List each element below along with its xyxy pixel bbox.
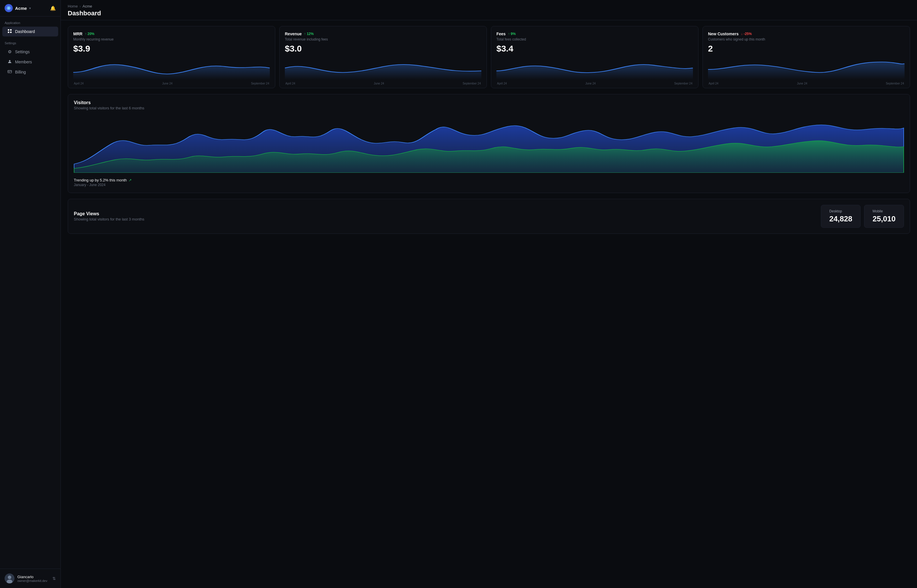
metric-card-new-customers: New Customers ↓ -25% Customers who signe… [702,26,910,88]
revenue-badge: ↑ 12% [304,32,314,36]
app-logo[interactable]: Acme ▾ [5,4,31,12]
metric-card-revenue-header: Revenue ↑ 12% [285,32,481,36]
dashboard-icon [7,29,12,34]
customers-label: New Customers [708,32,739,36]
customers-value: 2 [708,44,904,53]
members-icon [7,59,12,65]
breadcrumb: Home › Acme [68,4,910,8]
mrr-label: MRR [73,32,82,36]
sidebar-item-members[interactable]: Members [2,57,58,67]
page-title: Dashboard [68,10,910,17]
user-text: Giancarlo owner@makerkit.dev [17,575,47,583]
billing-icon [7,69,12,75]
section-settings-label: Settings [0,37,60,47]
revenue-subtitle: Total revenue including fees [285,37,481,41]
sidebar-footer: Giancarlo owner@makerkit.dev ⇅ [0,569,60,588]
page-views-left: Page Views Showing total visitors for th… [74,211,144,221]
fees-date-1: April 24 [497,82,507,85]
mobile-label: Mobile [872,209,896,213]
mrr-subtitle: Monthly recurring revenue [73,37,270,41]
customers-chart [708,57,904,79]
mobile-stat: Mobile 25,010 [864,205,904,228]
breadcrumb-separator: › [79,4,81,8]
metric-card-mrr-header: MRR ↑ 20% [73,32,270,36]
revenue-dates: April 24 June 24 September 24 [285,82,481,85]
notification-bell-icon[interactable]: 🔔 [50,5,56,11]
avatar [5,573,15,583]
mrr-chart [73,57,270,79]
sidebar-item-billing[interactable]: Billing [2,67,58,77]
svg-rect-7 [10,32,11,33]
customers-dates: April 24 June 24 September 24 [708,82,904,85]
visitors-subtitle: Showing total visitors for the last 6 mo… [74,106,904,110]
user-info[interactable]: Giancarlo owner@makerkit.dev [5,573,47,583]
revenue-date-3: September 24 [463,82,481,85]
metric-card-mrr: MRR ↑ 20% Monthly recurring revenue $3.9 [68,26,275,88]
revenue-date-1: April 24 [285,82,295,85]
revenue-chart [285,57,481,79]
page-views-title: Page Views [74,211,144,216]
customers-date-1: April 24 [708,82,718,85]
dashboard-label: Dashboard [15,29,35,34]
visitors-title: Visitors [74,100,904,105]
visitors-trend-text: Trending up by 5.2% this month [74,178,127,182]
page-views-section: Page Views Showing total visitors for th… [68,199,910,234]
mrr-value: $3.9 [73,44,270,53]
main-content: Home › Acme Dashboard MRR ↑ 20% Monthly … [61,0,917,588]
desktop-label: Desktop [829,209,852,213]
metric-card-revenue: Revenue ↑ 12% Total revenue including fe… [279,26,487,88]
billing-label: Billing [15,70,26,74]
app-name: Acme [15,6,27,11]
content-area: MRR ↑ 20% Monthly recurring revenue $3.9 [61,20,917,240]
members-label: Members [15,60,32,64]
customers-subtitle: Customers who signed up this month [708,37,904,41]
metric-card-fees-header: Fees ↑ 9% [497,32,693,36]
customers-date-3: September 24 [886,82,904,85]
app-chevron: ▾ [29,6,31,10]
mrr-badge: ↑ 20% [85,32,94,36]
metric-card-fees: Fees ↑ 9% Total fees collected $3.4 [491,26,699,88]
mrr-date-2: June 24 [162,82,173,85]
logo-icon [5,4,13,12]
breadcrumb-home[interactable]: Home [68,4,78,8]
visitors-section: Visitors Showing total visitors for the … [68,94,910,193]
mrr-date-3: September 24 [251,82,269,85]
visitors-chart-footer: Trending up by 5.2% this month ↗ January… [74,178,904,187]
customers-badge: ↓ -25% [741,32,752,36]
sidebar-item-dashboard[interactable]: Dashboard [2,27,58,36]
desktop-stat: Desktop 24,828 [821,205,861,228]
fees-badge: ↑ 9% [508,32,516,36]
user-menu-chevron-icon[interactable]: ⇅ [52,576,56,581]
fees-chart [497,57,693,79]
sidebar-item-settings[interactable]: ⚙ Settings [2,47,58,57]
fees-subtitle: Total fees collected [497,37,693,41]
desktop-value: 24,828 [829,215,852,223]
sidebar-section-settings: Settings ⚙ Settings Members Bill [0,37,60,77]
svg-point-13 [8,575,11,579]
revenue-value: $3.0 [285,44,481,53]
sidebar-section-application: Application Dashboard [0,16,60,37]
settings-icon: ⚙ [7,49,12,54]
customers-date-2: June 24 [797,82,807,85]
svg-rect-9 [8,70,11,73]
metric-card-customers-header: New Customers ↓ -25% [708,32,904,36]
svg-point-8 [9,60,10,61]
user-email: owner@makerkit.dev [17,579,47,583]
svg-rect-4 [8,29,9,31]
trending-up-icon: ↗ [129,178,132,182]
section-application-label: Application [0,16,60,26]
mrr-date-1: April 24 [74,82,84,85]
revenue-label: Revenue [285,32,302,36]
fees-label: Fees [497,32,506,36]
mobile-value: 25,010 [872,215,896,223]
sidebar: Acme ▾ 🔔 Application Dashboard Settings … [0,0,61,588]
fees-value: $3.4 [497,44,693,53]
fees-dates: April 24 June 24 September 24 [497,82,693,85]
svg-rect-5 [10,29,11,31]
revenue-date-2: June 24 [374,82,384,85]
metric-cards: MRR ↑ 20% Monthly recurring revenue $3.9 [68,26,910,88]
svg-rect-6 [8,32,9,33]
mrr-dates: April 24 June 24 September 24 [73,82,270,85]
visitors-trend: Trending up by 5.2% this month ↗ [74,178,904,182]
page-views-stats: Desktop 24,828 Mobile 25,010 [817,205,904,228]
